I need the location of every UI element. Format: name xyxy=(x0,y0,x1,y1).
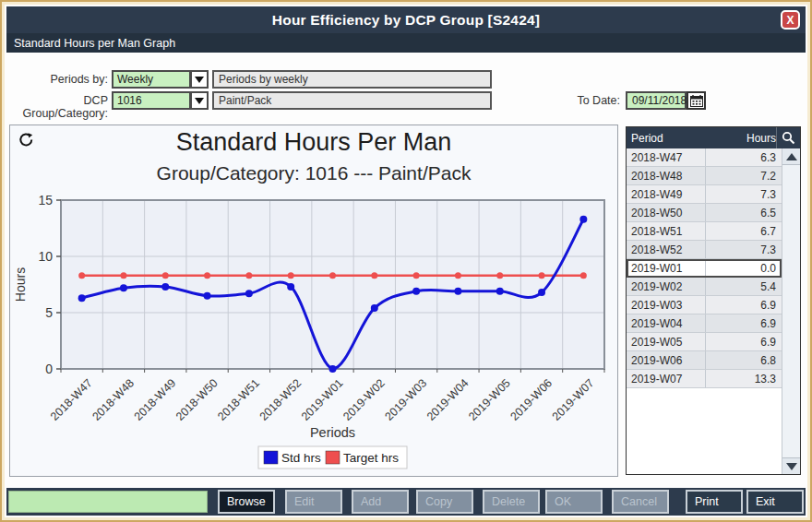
toolbar-button-browse[interactable]: Browse xyxy=(218,490,275,514)
arrow-down-icon xyxy=(786,463,797,470)
svg-text:2019-W03: 2019-W03 xyxy=(383,376,430,423)
dcp-group-label: DCP Group/Category: xyxy=(2,94,108,120)
cell-period: 2018-W47 xyxy=(627,148,706,166)
svg-text:2019-W01: 2019-W01 xyxy=(299,376,346,423)
periods-by-combo[interactable]: Weekly xyxy=(112,70,191,89)
svg-text:2018-W47: 2018-W47 xyxy=(48,376,95,423)
dcp-group-description: Paint/Pack xyxy=(212,91,492,110)
cell-period: 2019-W03 xyxy=(627,296,706,314)
periods-by-label: Periods by: xyxy=(2,73,108,86)
periods-by-description: Periods by weekly xyxy=(212,70,492,89)
cell-hours: 6.9 xyxy=(706,314,782,332)
toolbar-button-exit[interactable]: Exit xyxy=(746,490,804,514)
cell-period: 2019-W06 xyxy=(627,351,706,369)
arrow-up-icon xyxy=(786,153,797,160)
table-row[interactable]: 2018-W527.3 xyxy=(627,241,782,259)
chart-subtitle: Group/Category: 1016 --- Paint/Pack xyxy=(10,162,617,184)
toolbar-search-input[interactable] xyxy=(8,491,208,513)
dcp-group-combo[interactable]: 1016 xyxy=(112,91,191,110)
app-window: Hour Efficiency by DCP Group [S2424] X S… xyxy=(0,0,812,522)
cell-hours: 6.3 xyxy=(706,148,782,166)
scroll-up-button[interactable] xyxy=(782,148,800,165)
svg-text:2019-W02: 2019-W02 xyxy=(340,376,388,423)
chevron-down-icon xyxy=(195,98,204,104)
cell-hours: 0.0 xyxy=(706,259,782,277)
svg-text:Periods: Periods xyxy=(310,425,355,440)
cell-hours: 6.9 xyxy=(706,333,782,350)
table-row[interactable]: 2018-W476.3 xyxy=(627,148,782,167)
cell-hours: 6.8 xyxy=(706,351,782,369)
table-row[interactable]: 2019-W025.4 xyxy=(627,278,782,296)
cell-hours: 13.3 xyxy=(706,370,782,387)
table-row[interactable]: 2018-W506.5 xyxy=(627,204,782,222)
table-row[interactable]: 2019-W066.8 xyxy=(627,351,782,370)
cell-hours: 7.3 xyxy=(706,241,782,258)
table-row[interactable]: 2019-W056.9 xyxy=(627,333,782,351)
toolbar-button-cancel: Cancel xyxy=(612,490,669,514)
table-row[interactable]: 2018-W516.7 xyxy=(627,222,782,241)
svg-text:2018-W50: 2018-W50 xyxy=(173,376,221,423)
subtitle-bar: Standard Hours per Man Graph xyxy=(6,33,806,53)
table-row[interactable]: 2018-W497.3 xyxy=(627,185,782,204)
efficiency-line-chart: 0510152018-W472018-W482018-W492018-W5020… xyxy=(10,196,619,477)
cell-period: 2018-W48 xyxy=(627,167,706,184)
svg-text:Std hrs: Std hrs xyxy=(281,451,321,465)
table-row[interactable]: 2019-W0713.3 xyxy=(627,370,782,388)
svg-text:2018-W48: 2018-W48 xyxy=(90,376,137,423)
chart-panel: Standard Hours Per Man Group/Category: 1… xyxy=(9,125,618,477)
window-subtitle: Standard Hours per Man Graph xyxy=(14,37,175,50)
period-table-body: 2018-W476.32018-W487.22018-W497.32018-W5… xyxy=(627,148,782,474)
svg-text:2018-W49: 2018-W49 xyxy=(132,376,179,423)
cell-hours: 7.3 xyxy=(706,185,782,203)
cell-hours: 7.2 xyxy=(706,167,782,184)
calendar-button[interactable] xyxy=(687,91,706,110)
svg-text:2019-W06: 2019-W06 xyxy=(508,376,555,423)
cell-period: 2018-W52 xyxy=(627,241,706,258)
cell-period: 2019-W01 xyxy=(627,259,706,277)
column-header-hours: Hours xyxy=(706,132,776,145)
svg-text:Target hrs: Target hrs xyxy=(343,451,399,465)
toolbar-button-print[interactable]: Print xyxy=(686,490,743,514)
toolbar-button-copy: Copy xyxy=(416,490,473,514)
close-icon[interactable]: X xyxy=(781,10,800,30)
table-row[interactable]: 2018-W487.2 xyxy=(627,167,782,185)
window-title: Hour Efficiency by DCP Group [S2424] xyxy=(272,12,540,29)
chevron-down-icon xyxy=(195,77,204,83)
svg-text:Hours: Hours xyxy=(13,267,28,302)
table-row[interactable]: 2019-W046.9 xyxy=(627,314,782,333)
cell-period: 2019-W05 xyxy=(627,333,706,350)
toolbar-button-add: Add xyxy=(352,490,409,514)
cell-period: 2018-W50 xyxy=(627,204,706,221)
scroll-down-button[interactable] xyxy=(782,457,800,474)
title-bar: Hour Efficiency by DCP Group [S2424] X xyxy=(6,6,806,33)
svg-text:2018-W52: 2018-W52 xyxy=(257,376,304,423)
table-search-button[interactable] xyxy=(776,127,800,148)
toolbar-button-delete: Delete xyxy=(483,490,540,514)
table-header: Period Hours xyxy=(627,127,800,148)
svg-text:2019-W04: 2019-W04 xyxy=(424,376,472,423)
search-icon xyxy=(782,131,795,145)
cell-period: 2019-W07 xyxy=(627,370,706,387)
to-date-input[interactable]: 09/11/2018 xyxy=(626,91,687,110)
cell-period: 2019-W02 xyxy=(627,278,706,295)
cell-period: 2019-W04 xyxy=(627,314,706,332)
table-row[interactable]: 2019-W036.9 xyxy=(627,296,782,314)
svg-text:15: 15 xyxy=(38,196,53,208)
periods-by-dropdown-button[interactable] xyxy=(190,70,209,89)
chart-title: Standard Hours Per Man xyxy=(10,128,617,157)
column-header-period: Period xyxy=(627,132,706,145)
cell-period: 2018-W51 xyxy=(627,222,706,240)
table-scrollbar[interactable] xyxy=(782,148,800,474)
toolbar-button-edit: Edit xyxy=(285,490,342,514)
dcp-group-dropdown-button[interactable] xyxy=(190,91,209,110)
cell-hours: 6.5 xyxy=(706,204,782,221)
cell-hours: 6.9 xyxy=(706,296,782,314)
svg-text:0: 0 xyxy=(45,362,53,376)
calendar-icon xyxy=(690,95,703,107)
svg-text:10: 10 xyxy=(38,249,53,264)
cell-hours: 6.7 xyxy=(706,222,782,240)
svg-text:2019-W07: 2019-W07 xyxy=(550,376,597,423)
svg-text:5: 5 xyxy=(45,305,53,320)
table-row[interactable]: 2019-W010.0 xyxy=(627,259,782,278)
cell-hours: 5.4 xyxy=(706,278,782,295)
